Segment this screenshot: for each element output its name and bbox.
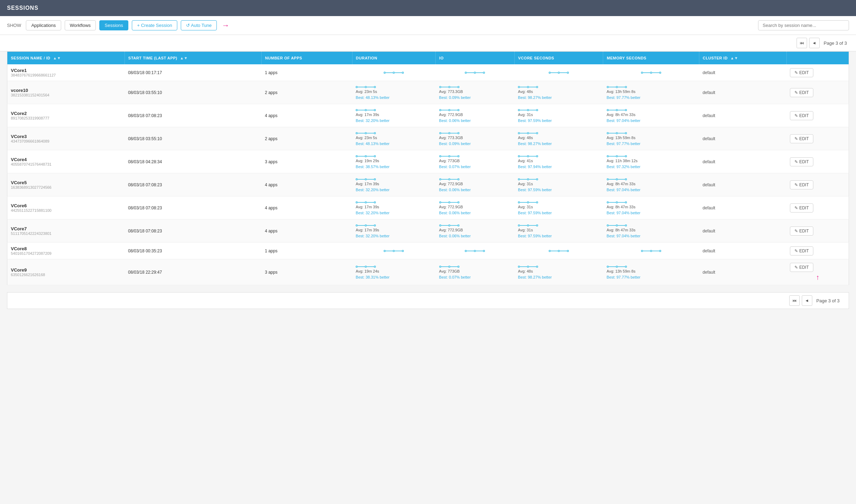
actions-cell: ✎ EDIT ↑ bbox=[786, 259, 849, 285]
sort-icon-cluster[interactable]: ▲▼ bbox=[730, 56, 738, 60]
sparkline-chart bbox=[518, 132, 538, 134]
search-input[interactable] bbox=[758, 20, 849, 30]
start-time-cell: 08/03/18 00:17:17 bbox=[124, 64, 261, 81]
pagination-bottom: ⏮ ◄ Page 3 of 3 bbox=[7, 292, 849, 309]
num-apps-cell: 4 apps bbox=[261, 219, 352, 243]
sparkline-chart bbox=[518, 178, 538, 180]
metric-avg: Avg: 31s bbox=[518, 181, 600, 187]
sparkline-chart bbox=[607, 109, 627, 111]
edit-button[interactable]: ✎ EDIT bbox=[790, 263, 813, 272]
metric-cell-empty bbox=[436, 64, 515, 81]
metric-cell: Avg: 8h 47m 33s Best: 97.04% better bbox=[603, 196, 699, 219]
page-info-top: Page 3 of 3 bbox=[822, 41, 849, 46]
session-name: VCore5 bbox=[11, 180, 121, 185]
metric-cell: Avg: 773.3GB Best: 0.09% better bbox=[436, 81, 515, 104]
metric-cell: Avg: 41s Best: 97.94% better bbox=[514, 150, 603, 173]
metric-best: Best: 97.59% better bbox=[518, 233, 600, 239]
actions-cell: ✎ EDIT bbox=[786, 219, 849, 243]
start-time-cell: 08/03/18 07:08:23 bbox=[124, 104, 261, 127]
auto-tune-button[interactable]: ↺ Auto Tune bbox=[181, 20, 217, 30]
col-header-cluster: CLUSTER ID ▲▼ bbox=[699, 52, 786, 65]
table-row: VCore1 384837676199668661127 08/03/18 00… bbox=[7, 64, 849, 81]
start-time-cell: 08/03/18 07:08:23 bbox=[124, 196, 261, 219]
sparkline-chart bbox=[356, 86, 376, 88]
pagination-top: ⏮ ◄ Page 3 of 3 bbox=[0, 35, 856, 51]
actions-cell: ✎ EDIT bbox=[786, 104, 849, 127]
cluster-cell: default bbox=[699, 81, 786, 104]
table-row: VCore9 6350126621626168 08/03/18 22:29:4… bbox=[7, 259, 849, 285]
metric-avg: Avg: 17m 39s bbox=[356, 204, 432, 210]
sparkline-chart bbox=[356, 201, 376, 203]
sort-icon-start[interactable]: ▲▼ bbox=[180, 56, 188, 60]
sparkline-chart bbox=[439, 86, 459, 88]
first-page-button-bottom[interactable]: ⏮ bbox=[789, 295, 800, 306]
session-name: VCore4 bbox=[11, 157, 121, 162]
sparkline-chart bbox=[518, 201, 538, 203]
metric-best: Best: 97.04% better bbox=[607, 210, 696, 216]
num-apps-cell: 1 apps bbox=[261, 243, 352, 259]
metric-cell: Avg: 19m 24s Best: 38.31% better bbox=[352, 259, 435, 285]
metric-avg: Avg: 17m 39s bbox=[356, 227, 432, 233]
tab-workflows[interactable]: Workflows bbox=[65, 20, 96, 30]
metric-avg: Avg: 17m 39s bbox=[356, 181, 432, 187]
edit-button[interactable]: ✎ EDIT bbox=[790, 180, 813, 189]
metric-best: Best: 0.06% better bbox=[439, 187, 511, 193]
metric-avg: Avg: 13h 59m 8s bbox=[607, 135, 696, 141]
col-header-vcore: VCORE SECONDS bbox=[514, 52, 603, 65]
sparkline-chart bbox=[607, 132, 627, 134]
session-name: VCore7 bbox=[11, 226, 121, 231]
metric-best: Best: 97.04% better bbox=[607, 233, 696, 239]
prev-page-button-top[interactable]: ◄ bbox=[809, 38, 820, 48]
edit-button[interactable]: ✎ EDIT bbox=[790, 88, 813, 97]
sort-icon-name[interactable]: ▲▼ bbox=[53, 56, 61, 60]
metric-cell: Avg: 8h 47m 33s Best: 97.04% better bbox=[603, 173, 699, 196]
metric-cell: Avg: 19m 29s Best: 38.57% better bbox=[352, 150, 435, 173]
table-row: VCore2 891708253319908777 08/03/18 07:08… bbox=[7, 104, 849, 127]
edit-button[interactable]: ✎ EDIT bbox=[790, 157, 813, 166]
metric-avg: Avg: 19m 29s bbox=[356, 158, 432, 164]
start-time-cell: 08/03/18 00:35:23 bbox=[124, 243, 261, 259]
edit-button[interactable]: ✎ EDIT bbox=[790, 68, 813, 77]
sparkline-chart bbox=[439, 201, 459, 203]
metric-cell: Avg: 773.3GB Best: 0.09% better bbox=[436, 127, 515, 150]
metric-avg: Avg: 773GB bbox=[439, 158, 511, 164]
metric-cell-empty bbox=[352, 64, 435, 81]
first-page-button-top[interactable]: ⏮ bbox=[797, 38, 807, 48]
metric-best: Best: 32.20% better bbox=[356, 118, 432, 124]
edit-button[interactable]: ✎ EDIT bbox=[790, 134, 813, 143]
prev-page-button-bottom[interactable]: ◄ bbox=[802, 295, 812, 306]
metric-best: Best: 97.77% better bbox=[607, 141, 696, 147]
metric-best: Best: 97.94% better bbox=[518, 164, 600, 170]
session-id: 5111705142224323801 bbox=[11, 231, 121, 236]
metric-cell: Avg: 773GB Best: 0.07% better bbox=[436, 259, 515, 285]
metric-cell: Avg: 31s Best: 97.59% better bbox=[514, 196, 603, 219]
edit-button[interactable]: ✎ EDIT bbox=[790, 246, 813, 255]
tab-applications[interactable]: Applications bbox=[26, 20, 61, 30]
session-name: VCore2 bbox=[11, 111, 121, 116]
sparkline-chart bbox=[465, 72, 485, 74]
num-apps-cell: 4 apps bbox=[261, 196, 352, 219]
create-session-button[interactable]: + Create Session bbox=[132, 20, 177, 30]
metric-avg: Avg: 31s bbox=[518, 112, 600, 118]
edit-button[interactable]: ✎ EDIT bbox=[790, 203, 813, 213]
session-id: 384837676199668661127 bbox=[11, 73, 121, 77]
col-header-name: SESSION NAME / ID ▲▼ bbox=[7, 52, 125, 65]
metric-avg: Avg: 31s bbox=[518, 227, 600, 233]
sparkline-chart bbox=[518, 109, 538, 111]
num-apps-cell: 2 apps bbox=[261, 81, 352, 104]
session-id: 6350126621626168 bbox=[11, 273, 121, 277]
metric-best: Best: 98.27% better bbox=[518, 274, 600, 280]
cluster-cell: default bbox=[699, 196, 786, 219]
sparkline-chart bbox=[356, 178, 376, 180]
cluster-cell: default bbox=[699, 219, 786, 243]
edit-button[interactable]: ✎ EDIT bbox=[790, 111, 813, 120]
actions-cell: ✎ EDIT bbox=[786, 243, 849, 259]
sparkline-chart bbox=[607, 224, 627, 226]
edit-button[interactable]: ✎ EDIT bbox=[790, 226, 813, 236]
metric-cell: Avg: 772.9GB Best: 0.06% better bbox=[436, 173, 515, 196]
tab-sessions[interactable]: Sessions bbox=[99, 20, 128, 30]
metric-cell: Avg: 31s Best: 97.59% better bbox=[514, 219, 603, 243]
metric-avg: Avg: 41s bbox=[518, 158, 600, 164]
session-id: 891708253319908777 bbox=[11, 116, 121, 120]
metric-avg: Avg: 8h 47m 33s bbox=[607, 227, 696, 233]
